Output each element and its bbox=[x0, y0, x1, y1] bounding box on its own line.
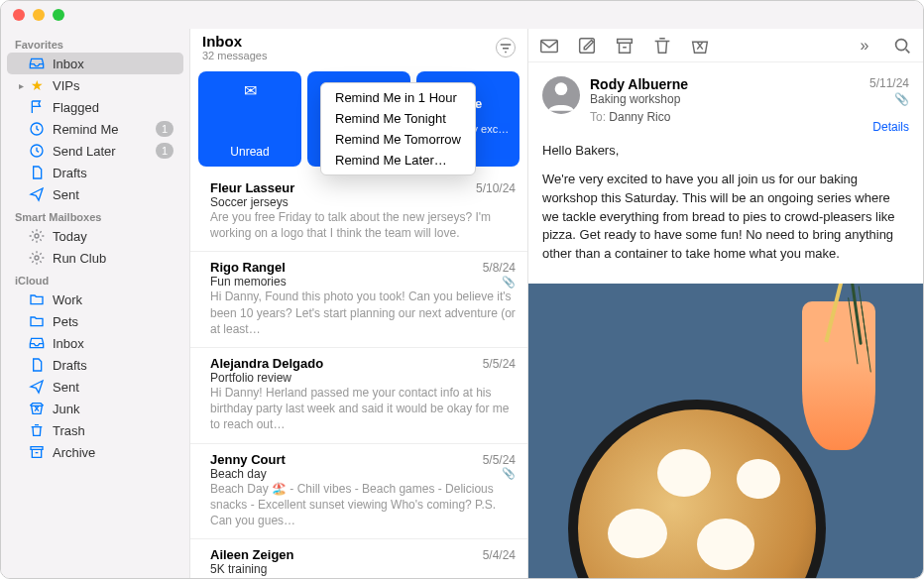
message-subject: Beach day bbox=[210, 467, 267, 481]
sidebar-item-remind[interactable]: Remind Me 1 bbox=[7, 118, 183, 140]
list-header: Inbox 32 messages bbox=[190, 29, 527, 65]
minimize-window-button[interactable] bbox=[33, 9, 45, 21]
message-row[interactable]: Jenny Court5/5/24Beach day📎Beach Day 🏖️ … bbox=[190, 444, 527, 540]
body-greeting: Hello Bakers, bbox=[542, 142, 909, 161]
sidebar-item-icloud-sent[interactable]: Sent bbox=[7, 376, 183, 398]
context-menu-item[interactable]: Remind Me Tomorrow bbox=[321, 129, 475, 150]
svg-point-3 bbox=[35, 256, 39, 260]
reply-button[interactable] bbox=[538, 35, 560, 57]
sidebar-item-label: Drafts bbox=[53, 358, 173, 373]
close-window-button[interactable] bbox=[13, 9, 25, 21]
document-icon bbox=[29, 165, 45, 180]
sidebar-item-label: Flagged bbox=[53, 100, 173, 115]
sidebar: Favorites Inbox ▸ ★ VIPs Flagged Remind … bbox=[1, 29, 189, 578]
message-count: 32 messages bbox=[202, 50, 496, 61]
sidebar-item-junk[interactable]: Junk bbox=[7, 398, 183, 419]
context-menu-item[interactable]: Remind Me Later… bbox=[321, 150, 475, 171]
attachment-icon: 📎 bbox=[502, 276, 516, 289]
sidebar-item-label: VIPs bbox=[53, 78, 173, 93]
sidebar-item-drafts[interactable]: Drafts bbox=[7, 162, 183, 183]
message-row[interactable]: Alejandra Delgado5/5/24Portfolio reviewH… bbox=[190, 348, 527, 444]
drink-graphic bbox=[802, 301, 875, 450]
folder-icon bbox=[29, 291, 45, 307]
paperplane-icon bbox=[29, 379, 45, 395]
chevron-right-icon[interactable]: ▸ bbox=[19, 80, 24, 91]
svg-point-2 bbox=[35, 234, 39, 238]
message-sender: Rigo Rangel bbox=[210, 260, 483, 275]
message-date: 5/11/24 bbox=[869, 76, 909, 90]
mailbox-title: Inbox bbox=[202, 33, 496, 50]
sidebar-item-label: Junk bbox=[53, 402, 173, 416]
archive-button[interactable] bbox=[614, 35, 635, 57]
context-menu-item[interactable]: Remind Me in 1 Hour bbox=[321, 87, 475, 108]
sidebar-section-smart: Smart Mailboxes bbox=[1, 205, 189, 225]
sidebar-item-label: Send Later bbox=[53, 144, 148, 159]
clock-icon bbox=[29, 121, 45, 137]
reader-header: Rody Albuerne Baking workshop To: Danny … bbox=[528, 62, 923, 142]
sidebar-item-vips[interactable]: ▸ ★ VIPs bbox=[7, 74, 183, 96]
attachment-icon: 📎 bbox=[869, 92, 909, 106]
sidebar-item-runclub[interactable]: Run Club bbox=[7, 247, 183, 269]
details-link[interactable]: Details bbox=[869, 120, 909, 134]
recipient-row: To: Danny Rico bbox=[590, 110, 860, 124]
sidebar-item-sent[interactable]: Sent bbox=[7, 183, 183, 205]
sidebar-item-archive[interactable]: Archive bbox=[7, 441, 183, 463]
sidebar-item-label: Remind Me bbox=[53, 122, 148, 137]
sidebar-item-label: Archive bbox=[53, 445, 173, 460]
window-titlebar bbox=[1, 1, 923, 29]
sidebar-item-pets[interactable]: Pets bbox=[7, 310, 183, 332]
sidebar-item-label: Inbox bbox=[53, 336, 173, 351]
flag-icon bbox=[29, 99, 45, 115]
reader-toolbar: » bbox=[528, 29, 923, 62]
recipient-name: Danny Rico bbox=[609, 110, 670, 124]
trash-icon bbox=[29, 422, 45, 438]
zoom-window-button[interactable] bbox=[53, 9, 64, 21]
message-sender: Aileen Zeigen bbox=[210, 547, 483, 562]
paperplane-icon bbox=[29, 186, 45, 202]
sidebar-item-label: Sent bbox=[53, 380, 173, 395]
sidebar-item-label: Sent bbox=[53, 187, 173, 202]
sidebar-item-label: Trash bbox=[53, 423, 173, 438]
message-subject: Fun memories bbox=[210, 275, 287, 289]
context-menu-item[interactable]: Remind Me Tonight bbox=[321, 108, 475, 129]
message-date: 5/5/24 bbox=[483, 357, 516, 371]
document-icon bbox=[29, 357, 45, 373]
message-row[interactable]: Aileen Zeigen5/4/245K trainingHey Danny,… bbox=[190, 539, 527, 578]
more-button[interactable]: » bbox=[854, 35, 875, 57]
message-date: 5/5/24 bbox=[483, 453, 516, 467]
folder-icon bbox=[29, 313, 45, 329]
search-button[interactable] bbox=[891, 35, 913, 57]
message-date: 5/10/24 bbox=[476, 181, 516, 195]
messages-scroll[interactable]: Fleur Lasseur5/10/24Soccer jerseysAre yo… bbox=[190, 173, 527, 578]
message-image bbox=[528, 284, 923, 578]
sidebar-section-favorites: Favorites bbox=[1, 33, 189, 53]
sidebar-item-sendlater[interactable]: Send Later 1 bbox=[7, 140, 183, 162]
card-unread[interactable]: ✉︎ Unread bbox=[198, 71, 301, 167]
message-preview: Hi Danny! Herland passed me your contact… bbox=[210, 385, 516, 433]
message-body: Hello Bakers, We're very excited to have… bbox=[528, 142, 923, 284]
message-row[interactable]: Rigo Rangel5/8/24Fun memories📎Hi Danny, … bbox=[190, 252, 527, 348]
message-row[interactable]: Fleur Lasseur5/10/24Soccer jerseysAre yo… bbox=[190, 173, 527, 252]
sidebar-item-today[interactable]: Today bbox=[7, 225, 183, 247]
junk-button[interactable] bbox=[689, 35, 711, 57]
sidebar-item-label: Inbox bbox=[53, 57, 173, 71]
avatar[interactable] bbox=[542, 76, 580, 114]
filter-button[interactable] bbox=[496, 38, 516, 58]
svg-point-7 bbox=[555, 82, 568, 95]
compose-button[interactable] bbox=[576, 35, 598, 57]
sidebar-item-inbox[interactable]: Inbox bbox=[7, 53, 183, 74]
sidebar-item-icloud-inbox[interactable]: Inbox bbox=[7, 332, 183, 354]
sidebar-item-icloud-drafts[interactable]: Drafts bbox=[7, 354, 183, 376]
badge-count: 1 bbox=[156, 121, 173, 137]
sidebar-item-trash[interactable]: Trash bbox=[7, 419, 183, 441]
envelope-icon: ✉︎ bbox=[244, 81, 257, 100]
sidebar-item-work[interactable]: Work bbox=[7, 289, 183, 310]
message-sender: Fleur Lasseur bbox=[210, 180, 476, 195]
message-preview: Hi Danny, Found this photo you took! Can… bbox=[210, 289, 516, 337]
delete-button[interactable] bbox=[651, 35, 673, 57]
message-subject: 5K training bbox=[210, 562, 267, 576]
sidebar-item-flagged[interactable]: Flagged bbox=[7, 96, 183, 118]
remind-context-menu[interactable]: Remind Me in 1 HourRemind Me TonightRemi… bbox=[320, 82, 476, 175]
message-preview: Hey Danny, I wanted to thank you for put… bbox=[210, 576, 516, 578]
gear-icon bbox=[29, 250, 45, 266]
